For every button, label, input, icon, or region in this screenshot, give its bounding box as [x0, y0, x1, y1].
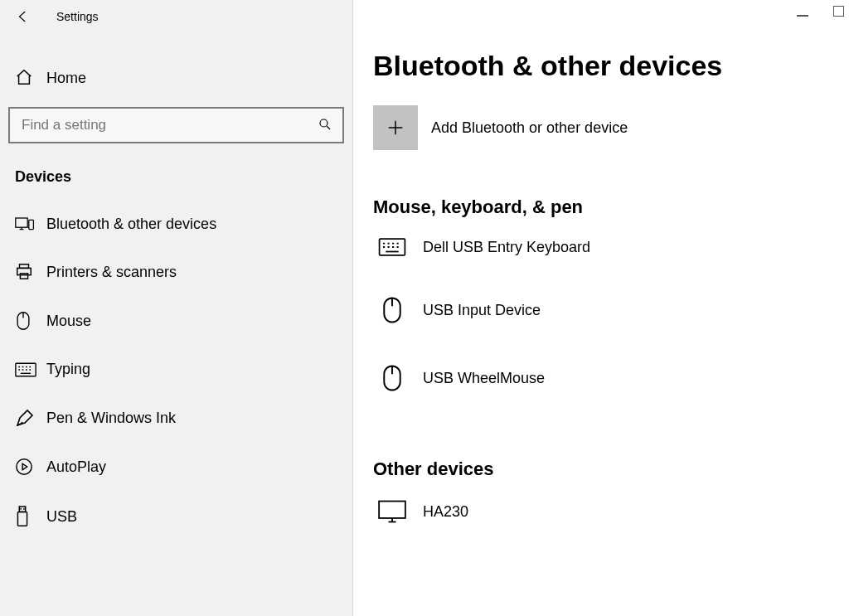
sidebar-item-label: Bluetooth & other devices [46, 216, 216, 233]
printer-icon [15, 263, 40, 281]
page-title: Bluetooth & other devices [373, 50, 829, 82]
mouse-icon [373, 364, 411, 392]
keyboard-icon [15, 362, 40, 377]
device-label: USB Input Device [423, 302, 541, 319]
devices-icon [15, 216, 40, 233]
window-title: Settings [56, 10, 99, 23]
search-input[interactable] [20, 116, 301, 134]
sidebar-item-label: AutoPlay [46, 458, 106, 476]
monitor-icon [373, 500, 411, 523]
home-icon [15, 68, 40, 89]
section-header-mouse-keyboard-pen: Mouse, keyboard, & pen [373, 196, 829, 218]
mouse-icon [15, 311, 40, 331]
device-item-monitor[interactable]: HA230 [373, 493, 829, 543]
svg-point-0 [320, 119, 327, 127]
svg-rect-2 [29, 220, 34, 229]
svg-rect-14 [379, 502, 405, 518]
sidebar-item-mouse[interactable]: Mouse [0, 296, 352, 346]
autoplay-icon [15, 458, 40, 476]
pen-icon [15, 408, 40, 428]
device-item-wheelmouse[interactable]: USB WheelMouse [373, 344, 829, 412]
svg-rect-10 [17, 512, 27, 526]
svg-rect-5 [20, 274, 27, 279]
usb-icon [15, 506, 40, 527]
add-device-button[interactable]: Add Bluetooth or other device [373, 105, 829, 150]
mouse-icon [373, 296, 411, 324]
sidebar-item-pen[interactable]: Pen & Windows Ink [0, 393, 352, 443]
window-controls [797, 5, 844, 19]
sidebar-item-label: USB [46, 508, 77, 526]
add-device-label: Add Bluetooth or other device [431, 119, 628, 137]
sidebar-item-usb[interactable]: USB [0, 491, 352, 542]
sidebar-section-header: Devices [0, 143, 352, 201]
titlebar: Settings [0, 0, 352, 33]
section-header-other-devices: Other devices [373, 458, 829, 480]
home-nav[interactable]: Home [0, 58, 352, 99]
device-item-input[interactable]: USB Input Device [373, 276, 829, 344]
sidebar-item-autoplay[interactable]: AutoPlay [0, 443, 352, 491]
maximize-button[interactable] [833, 5, 844, 19]
sidebar-item-label: Pen & Windows Ink [46, 410, 176, 427]
minimize-button[interactable] [797, 5, 808, 19]
svg-rect-1 [16, 218, 27, 227]
search-icon [318, 117, 332, 134]
back-icon[interactable] [15, 8, 32, 25]
home-label: Home [46, 70, 86, 87]
sidebar-item-label: Mouse [46, 313, 91, 330]
device-label: HA230 [423, 503, 468, 521]
device-label: USB WheelMouse [423, 370, 545, 387]
search-box[interactable] [8, 107, 344, 143]
sidebar-item-bluetooth[interactable]: Bluetooth & other devices [0, 201, 352, 248]
sidebar-item-typing[interactable]: Typing [0, 346, 352, 393]
device-item-keyboard[interactable]: Dell USB Entry Keyboard [373, 231, 829, 276]
device-label: Dell USB Entry Keyboard [423, 239, 590, 256]
plus-icon [373, 105, 418, 150]
sidebar-item-label: Typing [46, 361, 90, 378]
sidebar-item-label: Printers & scanners [46, 264, 177, 281]
keyboard-icon [373, 238, 411, 256]
settings-main: Bluetooth & other devices Add Bluetooth … [353, 0, 849, 616]
settings-sidebar: Settings Home Devices Bluetooth & other … [0, 0, 353, 616]
svg-point-8 [17, 459, 32, 474]
sidebar-item-printers[interactable]: Printers & scanners [0, 248, 352, 296]
